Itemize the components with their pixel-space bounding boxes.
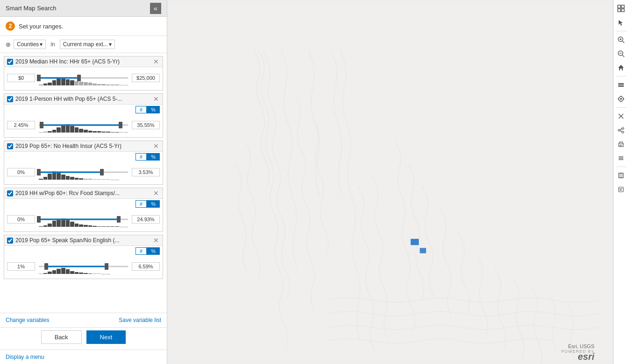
tag-tool-button[interactable] xyxy=(614,183,628,196)
variable-checkbox-4[interactable] xyxy=(7,190,13,196)
variable-max-input-3[interactable] xyxy=(132,168,160,176)
toggle-row-2: # % xyxy=(4,105,163,114)
location-tool-button[interactable] xyxy=(614,92,628,105)
variable-header-4: 2019 HH w/Pop 60+: Rcv Food Stamps/... ✕ xyxy=(4,188,163,199)
range-track-4 xyxy=(39,219,128,220)
variable-card-2: 2019 1-Person HH with Pop 65+ (ACS 5-...… xyxy=(4,93,163,138)
zoom-in-tool-button[interactable] xyxy=(614,33,628,46)
variable-close-3[interactable]: ✕ xyxy=(152,143,160,149)
collapse-button[interactable]: « xyxy=(150,3,161,14)
variable-max-input-2[interactable] xyxy=(132,121,160,129)
select-tool-button[interactable] xyxy=(614,16,628,29)
variable-min-input-5[interactable] xyxy=(7,262,35,271)
variable-min-input-3[interactable] xyxy=(7,168,35,176)
svg-point-27 xyxy=(618,129,620,131)
variable-close-5[interactable]: ✕ xyxy=(152,237,160,244)
svg-rect-14 xyxy=(618,83,624,84)
svg-rect-5 xyxy=(618,9,621,12)
variable-max-input-5[interactable] xyxy=(132,262,160,271)
variable-checkbox-1[interactable] xyxy=(7,59,13,65)
variable-slider-4[interactable] xyxy=(37,210,130,229)
list-tool-button[interactable] xyxy=(614,152,628,165)
range-handle-left-2[interactable] xyxy=(40,122,43,128)
range-handle-left-4[interactable] xyxy=(37,216,41,223)
zoom-out-tool-button[interactable] xyxy=(614,47,628,60)
variable-checkbox-3[interactable] xyxy=(7,143,13,149)
variable-title-2: 2019 1-Person HH with Pop 65+ (ACS 5-... xyxy=(15,96,122,102)
filter-row: ⊕ Counties ▾ in Current map ext... ▾ xyxy=(0,36,167,53)
svg-rect-3 xyxy=(618,5,621,8)
histogram-5 xyxy=(39,261,128,274)
histogram-4 xyxy=(39,214,128,227)
svg-rect-1 xyxy=(411,239,419,245)
svg-point-26 xyxy=(622,131,624,133)
range-track-3 xyxy=(39,172,128,173)
range-handle-left-5[interactable] xyxy=(44,263,48,270)
home-tool-button[interactable] xyxy=(614,61,628,74)
range-handle-right-3[interactable] xyxy=(100,169,104,175)
toggle-hash-3[interactable]: # xyxy=(136,153,147,161)
layers-tool-button[interactable] xyxy=(614,78,628,91)
toggle-pct-2[interactable]: % xyxy=(147,106,160,113)
extent-dropdown[interactable]: Current map ext... ▾ xyxy=(60,40,115,49)
layer-dropdown[interactable]: Counties ▾ xyxy=(14,40,46,49)
svg-rect-15 xyxy=(618,84,624,85)
variable-max-input-4[interactable] xyxy=(132,215,160,224)
building-tool-button[interactable] xyxy=(614,169,628,182)
range-handle-right-4[interactable] xyxy=(117,216,121,223)
variable-max-input-1[interactable] xyxy=(132,74,160,82)
toolbar-separator-4 xyxy=(615,167,627,167)
variable-slider-1[interactable] xyxy=(37,69,130,87)
variable-min-input-4[interactable] xyxy=(7,215,35,224)
svg-rect-2 xyxy=(420,248,426,253)
variable-title-row-4: 2019 HH w/Pop 60+: Rcv Food Stamps/... xyxy=(7,190,120,196)
variable-card-3: 2019 Pop 65+: No Health Insur (ACS 5-Yr)… xyxy=(4,140,163,185)
toggle-hash-5[interactable]: # xyxy=(136,247,147,255)
variable-header-3: 2019 Pop 65+: No Health Insur (ACS 5-Yr)… xyxy=(4,141,163,152)
display-menu[interactable]: Display a menu xyxy=(0,350,167,364)
variables-container: 2019 Median HH Inc: HHr 65+ (ACS 5-Yr) ✕ xyxy=(0,53,167,313)
save-variable-button[interactable]: Save variable list xyxy=(119,317,161,323)
map-area[interactable]: POWERED BY esri Esri, USGS xyxy=(167,0,613,364)
variable-title-row-1: 2019 Median HH Inc: HHr 65+ (ACS 5-Yr) xyxy=(7,58,120,65)
variable-header-2: 2019 1-Person HH with Pop 65+ (ACS 5-...… xyxy=(4,94,163,105)
toggle-pct-3[interactable]: % xyxy=(147,153,160,161)
toggle-hash-4[interactable]: # xyxy=(136,200,147,208)
variable-min-input-2[interactable] xyxy=(7,121,35,129)
share-tool-button[interactable] xyxy=(614,124,628,137)
svg-rect-35 xyxy=(620,173,622,178)
close-tool-button[interactable] xyxy=(614,110,628,123)
change-variables-button[interactable]: Change variables xyxy=(6,317,49,323)
range-handle-right-2[interactable] xyxy=(119,122,122,128)
toggle-row-5: # % xyxy=(4,246,163,256)
variable-title-4: 2019 HH w/Pop 60+: Rcv Food Stamps/... xyxy=(15,190,120,196)
toggle-pct-4[interactable]: % xyxy=(147,200,160,208)
bottom-links: Change variables Save variable list xyxy=(0,313,167,327)
variable-slider-2[interactable] xyxy=(37,116,130,134)
svg-rect-4 xyxy=(621,5,624,8)
variable-checkbox-2[interactable] xyxy=(7,96,13,102)
variable-close-2[interactable]: ✕ xyxy=(152,96,160,102)
print-tool-button[interactable] xyxy=(614,138,628,151)
back-button[interactable]: Back xyxy=(41,330,82,344)
variable-card-1: 2019 Median HH Inc: HHr 65+ (ACS 5-Yr) ✕ xyxy=(4,56,163,91)
grid-tool-button[interactable] xyxy=(614,2,628,15)
left-panel: Smart Map Search « 2 Set your ranges. ⊕ … xyxy=(0,0,167,364)
variable-close-1[interactable]: ✕ xyxy=(152,58,160,65)
range-handle-right-1[interactable] xyxy=(77,75,81,81)
variable-range-row-3 xyxy=(4,161,163,184)
step-label: Set your ranges. xyxy=(19,23,63,30)
range-track-2 xyxy=(39,125,128,126)
variable-min-input-1[interactable] xyxy=(7,74,35,82)
next-button[interactable]: Next xyxy=(86,330,126,344)
range-handle-left-1[interactable] xyxy=(37,75,41,81)
svg-rect-6 xyxy=(621,9,624,12)
range-handle-left-3[interactable] xyxy=(37,169,41,175)
toggle-hash-2[interactable]: # xyxy=(136,106,147,113)
range-handle-right-5[interactable] xyxy=(105,263,108,270)
toggle-pct-5[interactable]: % xyxy=(147,247,160,255)
variable-close-4[interactable]: ✕ xyxy=(152,190,160,196)
variable-checkbox-5[interactable] xyxy=(7,238,13,244)
variable-slider-5[interactable] xyxy=(37,257,130,276)
variable-slider-3[interactable] xyxy=(37,163,130,182)
